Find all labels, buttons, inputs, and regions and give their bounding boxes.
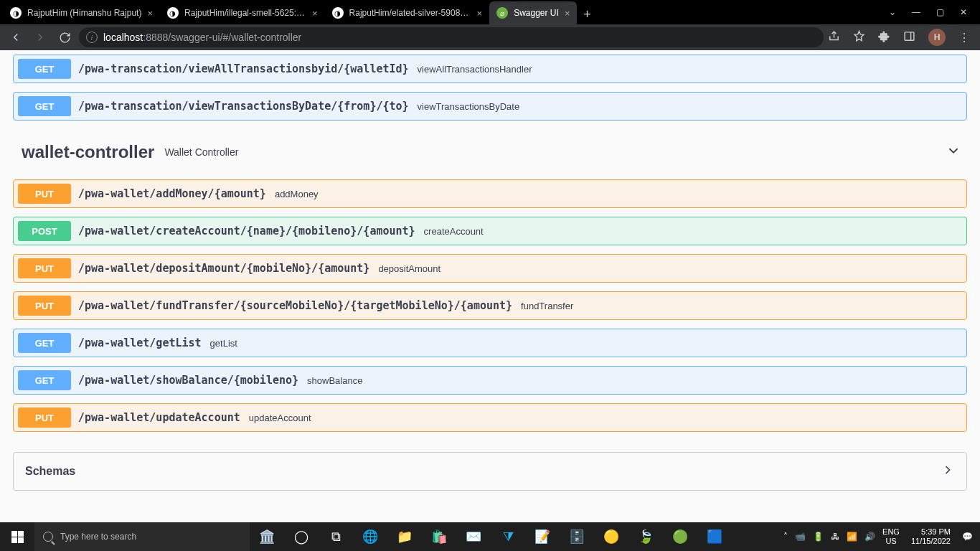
api-operation[interactable]: GET/pwa-transcation/viewAllTransactionsb… — [13, 55, 967, 83]
zoom-icon[interactable]: 🟦 — [697, 522, 732, 551]
http-method-badge: PUT — [18, 296, 71, 316]
spring-icon[interactable]: 🍃 — [628, 522, 663, 551]
minimize-icon[interactable]: — — [912, 7, 920, 17]
info-icon[interactable]: i — [86, 32, 98, 43]
notifications-icon[interactable]: 💬 — [962, 532, 973, 542]
api-operation[interactable]: PUT/pwa-wallet/updateAccountupdateAccoun… — [13, 403, 967, 432]
api-path: /pwa-wallet/addMoney/{amount} — [78, 187, 266, 200]
share-icon[interactable] — [828, 30, 840, 45]
window-controls: ⌄ — ▢ ✕ — [879, 7, 977, 17]
github-icon: ◑ — [167, 7, 179, 19]
http-method-badge: GET — [18, 333, 71, 353]
close-icon[interactable]: × — [565, 8, 570, 19]
controller-name: wallet-controller — [22, 142, 154, 162]
new-tab-button[interactable]: + — [577, 4, 597, 24]
start-button[interactable] — [0, 522, 34, 551]
chevron-down-icon — [946, 143, 961, 161]
tab-title: RajputHim/elated-silver-5908: O — [349, 8, 471, 18]
close-icon[interactable]: × — [477, 8, 483, 19]
url-input[interactable]: i localhost:8888/swagger-ui/#/wallet-con… — [79, 27, 824, 47]
cortana-icon[interactable]: ◯ — [284, 522, 319, 551]
search-placeholder: Type here to search — [60, 532, 136, 542]
close-icon[interactable]: × — [147, 8, 153, 19]
chrome-icon[interactable]: 🟡 — [594, 522, 628, 551]
reload-button[interactable] — [55, 27, 75, 47]
star-icon[interactable] — [853, 30, 865, 45]
api-operation[interactable]: POST/pwa-wallet/createAccount/{name}/{mo… — [13, 217, 967, 245]
side-panel-icon[interactable] — [903, 30, 915, 45]
forward-button[interactable] — [30, 27, 50, 47]
http-method-badge: GET — [18, 96, 71, 116]
chevron-right-icon — [941, 463, 955, 480]
api-operation[interactable]: PUT/pwa-wallet/depositAmount/{mobileNo}/… — [13, 254, 967, 283]
github-icon: ◑ — [10, 7, 22, 19]
back-button[interactable] — [6, 27, 26, 47]
taskbar-apps: 🏛️ ◯ ⧉ 🌐 📁 🛍️ ✉️ ⧩ 📝 🗄️ 🟡 🍃 🟢 🟦 — [250, 522, 732, 551]
mysql-icon[interactable]: 🗄️ — [560, 522, 594, 551]
browser-tab[interactable]: ◑ RajputHim/illegal-smell-5625: Ha × — [160, 1, 325, 24]
api-description: viewTransactionsByDate — [418, 101, 520, 112]
microsoft-store-icon[interactable]: 🛍️ — [422, 522, 456, 551]
search-icon — [43, 532, 53, 542]
api-description: depositAmount — [378, 263, 440, 274]
http-method-badge: PUT — [18, 258, 71, 278]
api-operation[interactable]: GET/pwa-wallet/showBalance/{mobileno}sho… — [13, 366, 967, 395]
page-content: GET/pwa-transcation/viewAllTransactionsb… — [0, 50, 980, 522]
api-description: viewAllTransactionsHandler — [418, 64, 532, 75]
url-text: localhost:8888/swagger-ui/#/wallet-contr… — [103, 32, 301, 43]
api-operation[interactable]: PUT/pwa-wallet/fundTransfer/{sourceMobil… — [13, 291, 967, 320]
browser-tab[interactable]: ◑ RajputHim/elated-silver-5908: O × — [325, 1, 490, 24]
taskbar-search[interactable]: Type here to search — [34, 522, 250, 551]
clock[interactable]: 5:39 PM 11/15/2022 — [907, 527, 955, 545]
file-explorer-icon[interactable]: 📁 — [387, 522, 422, 551]
api-path: /pwa-wallet/updateAccount — [78, 411, 240, 424]
battery-icon[interactable]: 🔋 — [813, 532, 824, 542]
network-icon[interactable]: 🖧 — [831, 532, 839, 542]
meet-now-icon[interactable]: 📹 — [795, 532, 806, 542]
chrome-profile-icon[interactable]: 🟢 — [663, 522, 697, 551]
vscode-icon[interactable]: ⧩ — [491, 522, 525, 551]
api-description: getList — [210, 338, 237, 349]
tab-title: RajputHim (Himanshu Rajput) — [27, 8, 141, 18]
chevron-down-icon[interactable]: ⌄ — [889, 7, 896, 17]
api-description: fundTransfer — [521, 301, 573, 311]
menu-icon[interactable]: ⋮ — [958, 31, 970, 44]
windows-taskbar: Type here to search 🏛️ ◯ ⧉ 🌐 📁 🛍️ ✉️ ⧩ 📝… — [0, 522, 980, 551]
schemas-title: Schemas — [25, 465, 75, 478]
api-description: addMoney — [275, 189, 319, 199]
mail-icon[interactable]: ✉️ — [456, 522, 491, 551]
browser-tab[interactable]: ◑ RajputHim (Himanshu Rajput) × — [3, 1, 160, 24]
api-path: /pwa-wallet/createAccount/{name}/{mobile… — [78, 225, 415, 237]
extensions-icon[interactable] — [878, 30, 890, 45]
notepad-icon[interactable]: 📝 — [525, 522, 560, 551]
api-path: /pwa-wallet/showBalance/{mobileno} — [78, 374, 298, 387]
close-icon[interactable]: × — [312, 8, 318, 19]
api-operation[interactable]: GET/pwa-transcation/viewTransactionsByDa… — [13, 92, 967, 121]
windows-logo-icon — [11, 531, 24, 543]
svg-rect-0 — [905, 32, 914, 39]
browser-tab-active[interactable]: ⌀ Swagger UI × — [489, 1, 577, 24]
swagger-icon: ⌀ — [496, 7, 508, 19]
tab-title: RajputHim/illegal-smell-5625: Ha — [184, 8, 306, 18]
controller-header[interactable]: wallet-controller Wallet Controller — [13, 129, 967, 179]
weather-widget[interactable]: 🏛️ — [250, 522, 284, 551]
maximize-icon[interactable]: ▢ — [936, 7, 944, 17]
browser-titlebar: ◑ RajputHim (Himanshu Rajput) × ◑ Rajput… — [0, 0, 980, 24]
system-tray: ˄ 📹 🔋 🖧 📶 🔊 ENG US 5:39 PM 11/15/2022 💬 — [776, 527, 980, 545]
api-operation[interactable]: GET/pwa-wallet/getListgetList — [13, 329, 967, 357]
language-indicator[interactable]: ENG US — [882, 527, 900, 545]
close-window-icon[interactable]: ✕ — [960, 7, 967, 17]
api-operation[interactable]: PUT/pwa-wallet/addMoney/{amount}addMoney — [13, 179, 967, 208]
browser-tabs: ◑ RajputHim (Himanshu Rajput) × ◑ Rajput… — [3, 0, 879, 24]
profile-avatar[interactable]: H — [928, 29, 946, 46]
wifi-icon[interactable]: 📶 — [847, 532, 857, 542]
api-description: createAccount — [424, 226, 484, 237]
api-path: /pwa-wallet/depositAmount/{mobileNo}/{am… — [78, 262, 369, 275]
tray-overflow-icon[interactable]: ˄ — [783, 532, 788, 542]
volume-icon[interactable]: 🔊 — [864, 532, 875, 542]
schemas-section[interactable]: Schemas — [13, 452, 967, 491]
task-view-icon[interactable]: ⧉ — [319, 522, 353, 551]
edge-icon[interactable]: 🌐 — [353, 522, 387, 551]
controller-subtitle: Wallet Controller — [164, 146, 238, 158]
api-description: updateAccount — [249, 413, 311, 423]
